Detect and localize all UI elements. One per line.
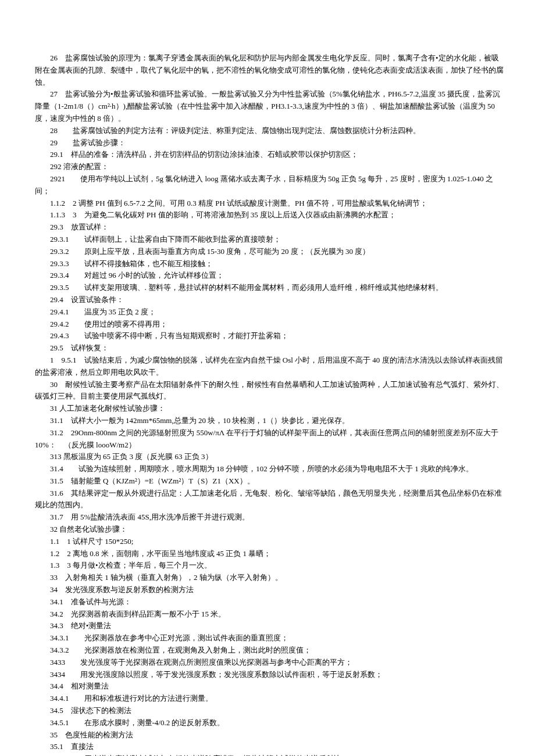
- paragraph-1-3: 1.3 3 每月做•次检查；半年后，每三个月一次。: [35, 560, 506, 572]
- paragraph-31-7: 31.7 用 5%盐酸清洗表面 45S,用水洗净后擦干并进行观测。: [35, 511, 506, 524]
- paragraph-31-4: 31.4 试验为连续照射，周期喷水，喷水周期为 18 分钟喷，102 分钟不喷，…: [35, 463, 506, 475]
- paragraph-34-1: 34.1 准备试件与光源：: [35, 596, 506, 608]
- paragraph-35-1: 35.1 直接法: [35, 741, 506, 753]
- paragraph-34: 34 发光强度系数与逆反射系数的检测方法: [35, 584, 506, 596]
- paragraph-31-5: 31.5 辐射能量 Q（KJZm²）=E（WZm²）T（S）Z1（XX）。: [35, 475, 506, 488]
- paragraph-31-6: 31.6 其结果评定一般从外观进行品定：人工加速老化后，无龟裂、粉化、皱缩等缺陷…: [35, 488, 506, 512]
- paragraph-313: 313 黑板温度为 65 正负 3 度（反光膜 63 正负 3）: [35, 451, 506, 463]
- paragraph-29-3-3: 29.3.3 试样不得接触箱体，也不能互相接触；: [35, 258, 506, 270]
- paragraph-29-4: 29.4 设置试验条件：: [35, 294, 506, 306]
- paragraph-1-1-3: 1.1.3 3 为避免二氧化碳对 PH 值的影响，可将溶液加热到 35 度以上后…: [35, 209, 506, 221]
- paragraph-29-1: 29.1 样品的准备：清洗样品，并在切割样品的切割边涂抹油漆、石蜡或胶带以保护切…: [35, 149, 506, 161]
- paragraph-27: 27 盐雾试验分为•般盐雾试验和循环盐雾试验。一般盐雾试验又分为中性盐雾试验（5…: [35, 88, 506, 124]
- paragraph-34-5-1: 34.5.1 在形成水膜时，测量-4/0.2 的逆反射系数。: [35, 717, 506, 729]
- paragraph-29-5: 29.5 试样恢复：: [35, 342, 506, 354]
- paragraph-29-4-2: 29.4.2 使用过的喷雾不得再用；: [35, 318, 506, 331]
- paragraph-29-4-1: 29.4.1 温度为 35 正负 2 度；: [35, 306, 506, 318]
- paragraph-29-4-3: 29.4.3 试验中喷雾不得中断，只有当短期观察时，才能打开盐雾箱；: [35, 330, 506, 342]
- paragraph-28: 28 盐雾腐蚀试验的判定方法有：评级判定法、称重判定法、腐蚀物出现判定法、腐蚀数…: [35, 125, 506, 137]
- paragraph-34-3-1: 34.3.1 光探测器放在参考中心正对光源，测出试件表面的垂直照度；: [35, 632, 506, 644]
- paragraph-35-1-1: 35.1.1 用光谱光度计测出试件与白板的光谱响应读数，据此计算出试样的光谱反射…: [35, 753, 506, 756]
- paragraph-34-3: 34.3 绝对•测量法: [35, 620, 506, 632]
- paragraph-3433: 3433 发光强度等于光探测器在观测点所测照度值乘以光探测器与参考中心距离的平方…: [35, 657, 506, 669]
- paragraph-29-3-4: 29.3.4 对超过 96 小时的试验，允许试样移位置；: [35, 270, 506, 282]
- paragraph-33: 33 入射角相关 1 轴为横（垂直入射角），2 轴为纵（水平入射角）。: [35, 572, 506, 584]
- paragraph-34-4-1: 34.4.1 用和标准板进行对比的方法进行测量。: [35, 693, 506, 705]
- paragraph-31-2: 31.2 29Onm-800nm 之间的光源辐射照度为 550w/πΛ 在平行于…: [35, 427, 506, 452]
- paragraph-35: 35 色度性能的检测方法: [35, 729, 506, 741]
- paragraph-29-3-5: 29.3.5 试样支架用玻璃、. 塑料等，悬挂试样的材料不能用金属材料，而必须用…: [35, 282, 506, 294]
- paragraph-34-5: 34.5 湿状态下的检测法: [35, 705, 506, 717]
- paragraph-32: 32 自然老化试验步骤：: [35, 524, 506, 536]
- paragraph-29-3-2: 29.3.2 原则上应平放，且表面与垂直方向成 15-30 度角，尽可能为 20…: [35, 246, 506, 258]
- paragraph-1-2: 1.2 2 离地 0.8 米，面朝南，水平面呈当地纬度或 45 正负 1 暴晒；: [35, 548, 506, 560]
- paragraph-29-3: 29.3 放置试样：: [35, 221, 506, 234]
- paragraph-29: 29 盐雾试验步骤：: [35, 137, 506, 149]
- paragraph-1-1: 1.1 1 试样尺寸 150*250;: [35, 536, 506, 548]
- paragraph-34-2: 34.2 光探测器前表面到样品距离一般不小于 15 米。: [35, 608, 506, 621]
- paragraph-1-1-2: 1.1.2 2 调整 PH 值到 6.5-7.2 之间。可用 0.3 精度 PH…: [35, 198, 506, 210]
- paragraph-26: 26 盐雾腐蚀试验的原理为：氯离子穿透金属表面的氧化层和防护层与内部金属发生电化…: [35, 52, 506, 88]
- paragraph-3434: 3434 用发光强度除以照度，等于发光强度系数；发光强度系数除以试件面积，等于逆…: [35, 669, 506, 681]
- paragraph-34-4: 34.4 相对测量法: [35, 680, 506, 693]
- paragraph-29-3-1: 29.3.1 试样面朝上，让盐雾自由下降而不能收到盐雾的直接喷射；: [35, 234, 506, 246]
- paragraph-34-3-2: 34.3.2 光探测器放在检测位置，在观测角及入射角上，测出此时的照度值；: [35, 644, 506, 657]
- paragraph-292: 292 溶液的配置：: [35, 161, 506, 173]
- paragraph-31: 31 人工加速老化耐候性试验步骤：: [35, 403, 506, 415]
- paragraph-30: 30 耐候性试验主要考察产品在太阳辐射条件下的耐久性，耐候性有自然暴晒和人工加速…: [35, 379, 506, 403]
- paragraph-1-9-5-1: 1 9.5.1 试验结束后，为减少腐蚀物的脱落，试样先在室内自然干燥 Osl 小…: [35, 354, 506, 379]
- paragraph-31-1: 31.1 试样大小一般为 142mm*65mm,总量为 20 块，10 块检测，…: [35, 415, 506, 427]
- paragraph-2921: 2921 使用布学纯以上试剂，5g 氯化钠进入 loog 蒸储水或去离子水，目标…: [35, 173, 506, 198]
